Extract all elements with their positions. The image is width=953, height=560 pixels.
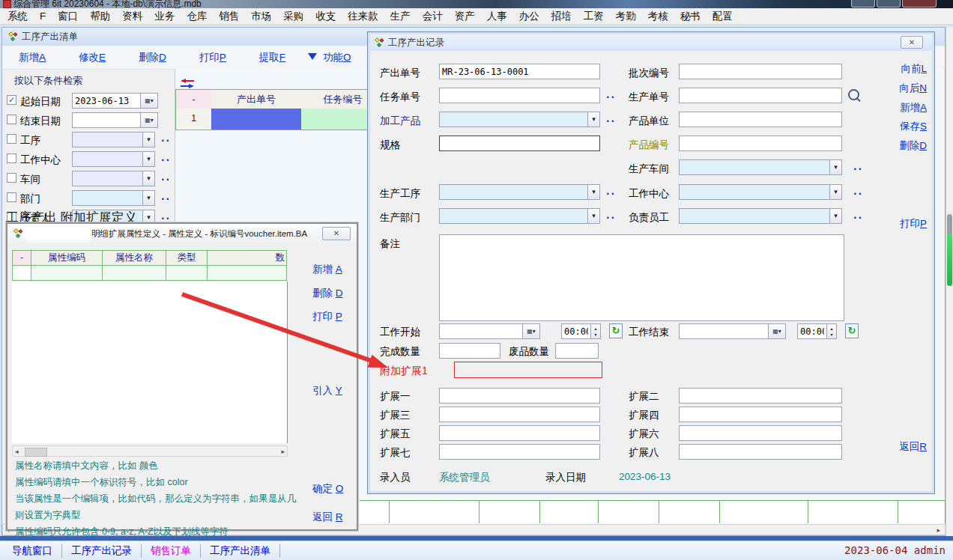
work-end-date-input[interactable] [679, 323, 769, 339]
task-no-input[interactable] [439, 88, 600, 103]
taskbar-item[interactable]: 工序产出记录 [62, 544, 142, 558]
menu-item[interactable]: 收支 [315, 10, 336, 23]
more-link[interactable]: ·· [853, 213, 863, 223]
process-checkbox[interactable] [7, 134, 16, 144]
dept-combo[interactable] [439, 208, 600, 224]
chevron-down-icon[interactable]: ▾ [829, 208, 842, 224]
workshop-combo[interactable] [679, 159, 842, 175]
minimize-button[interactable] [851, 0, 875, 7]
back-button[interactable]: 返回R [899, 440, 927, 454]
spec-input[interactable] [439, 136, 600, 151]
done-qty-input[interactable] [439, 343, 500, 359]
attr-back-button[interactable]: 返回 R [312, 511, 343, 524]
chevron-down-icon[interactable]: ▾ [829, 159, 842, 175]
function-menu-link[interactable]: 功能O [323, 51, 351, 64]
more-link[interactable]: ·· [606, 213, 616, 223]
ext7-input[interactable] [439, 444, 600, 460]
attr-horizontal-scrollbar[interactable]: ◂ ▸ [12, 445, 288, 457]
attr-import-button[interactable]: 引入 Y [312, 384, 342, 398]
close-icon[interactable]: ✕ [901, 36, 923, 49]
time-spinner[interactable]: ▴▾ [826, 323, 837, 339]
menu-item[interactable]: 生产 [390, 10, 411, 23]
search-icon[interactable] [848, 89, 859, 100]
attr-print-button[interactable]: 打印 P [312, 310, 342, 323]
menu-item[interactable]: 市场 [251, 10, 271, 23]
workshop-combo[interactable] [72, 171, 143, 186]
toolbar-link[interactable]: 提取F [259, 51, 285, 64]
save-button[interactable]: 保存S [900, 120, 927, 133]
toolbar-link[interactable]: 删除D [139, 51, 166, 64]
dept-combo[interactable] [72, 190, 143, 206]
out-no-input[interactable] [439, 64, 600, 79]
menu-item[interactable]: 采购 [283, 10, 303, 23]
ext2-input[interactable] [679, 388, 842, 404]
toolbar-link[interactable]: 修改E [79, 51, 106, 64]
scroll-right-icon[interactable]: ▸ [937, 526, 940, 535]
attr-row-cell[interactable] [12, 266, 31, 281]
prev-button[interactable]: 向前L [901, 62, 927, 76]
work-center-combo[interactable] [679, 184, 842, 200]
work-center-combo[interactable] [72, 151, 143, 167]
attr-row-cell[interactable] [166, 266, 208, 281]
refresh-icon[interactable]: ↻ [845, 323, 859, 338]
chevron-down-icon[interactable]: ▾ [587, 112, 600, 127]
chevron-down-icon[interactable]: ▾ [142, 190, 155, 206]
work-start-date-input[interactable] [439, 323, 523, 339]
prod-no-input[interactable] [679, 88, 842, 103]
maximize-button[interactable] [877, 0, 901, 7]
swap-columns-icon[interactable] [181, 79, 194, 88]
ext4-input[interactable] [679, 407, 842, 422]
attr-ok-button[interactable]: 确定 O [312, 482, 343, 496]
menu-item[interactable]: 人事 [487, 10, 507, 23]
taskbar-item[interactable]: 工序产出清单 [201, 544, 280, 558]
calendar-picker-icon[interactable]: ▦▾ [522, 323, 540, 339]
more-link[interactable]: ·· [853, 189, 863, 199]
workshop-checkbox[interactable] [7, 173, 16, 183]
menu-item[interactable]: 帮助 [90, 10, 110, 23]
next-button[interactable]: 向后N [899, 82, 927, 95]
scroll-thumb-green[interactable] [947, 234, 952, 286]
close-icon[interactable]: ✕ [322, 227, 351, 240]
taskbar-item[interactable]: 导航窗口 [3, 544, 62, 558]
menu-item[interactable]: 秘书 [680, 10, 701, 23]
menu-item[interactable]: 仓库 [187, 10, 207, 23]
menu-item[interactable]: 往来款 [348, 10, 378, 23]
extra-ext-input[interactable] [454, 362, 602, 378]
taskbar-item[interactable]: 销售订单 [142, 544, 201, 558]
attr-add-button[interactable]: 新增 A [312, 263, 342, 276]
end-date-input[interactable] [72, 112, 141, 128]
remark-textarea[interactable] [439, 234, 844, 321]
unit-input[interactable] [679, 112, 842, 127]
menu-item[interactable]: 招培 [551, 10, 572, 23]
grid-row-number[interactable]: 1 [175, 109, 212, 130]
toolbar-link[interactable]: 新增A [19, 51, 46, 64]
menu-item[interactable]: 办公 [519, 10, 539, 23]
start-date-input[interactable] [72, 93, 141, 109]
chevron-down-icon[interactable]: ▾ [142, 151, 155, 167]
attr-row-cell[interactable] [208, 266, 287, 281]
grid-cell-selected[interactable] [211, 109, 302, 130]
menu-item[interactable]: 系统 [7, 10, 28, 23]
chevron-down-icon[interactable]: ▾ [829, 184, 842, 200]
add-button[interactable]: 新增A [900, 101, 927, 115]
chevron-down-icon[interactable]: ▾ [587, 184, 600, 200]
menu-item[interactable]: 考勤 [616, 10, 636, 23]
more-link[interactable]: ·· [853, 164, 863, 174]
calendar-picker-icon[interactable]: ▦▾ [768, 323, 786, 339]
menu-item[interactable]: 考核 [648, 10, 668, 23]
more-link[interactable]: ·· [606, 116, 616, 127]
start-date-checkbox[interactable]: ✓ [7, 95, 16, 105]
more-link[interactable]: ·· [606, 92, 616, 103]
batch-no-input[interactable] [679, 64, 842, 79]
ext1-input[interactable] [439, 388, 600, 404]
attr-row-cell[interactable] [103, 266, 166, 281]
work-end-time-input[interactable] [797, 323, 827, 339]
more-link[interactable]: ·· [161, 155, 171, 165]
attr-delete-button[interactable]: 删除 D [312, 287, 343, 300]
menu-item[interactable]: 工资 [584, 10, 604, 23]
menu-item[interactable]: 会计 [423, 10, 443, 23]
staff-combo[interactable] [679, 208, 842, 224]
dept-checkbox[interactable] [7, 192, 16, 202]
print-button[interactable]: 打印P [900, 217, 927, 231]
work-start-time-input[interactable] [561, 323, 591, 339]
